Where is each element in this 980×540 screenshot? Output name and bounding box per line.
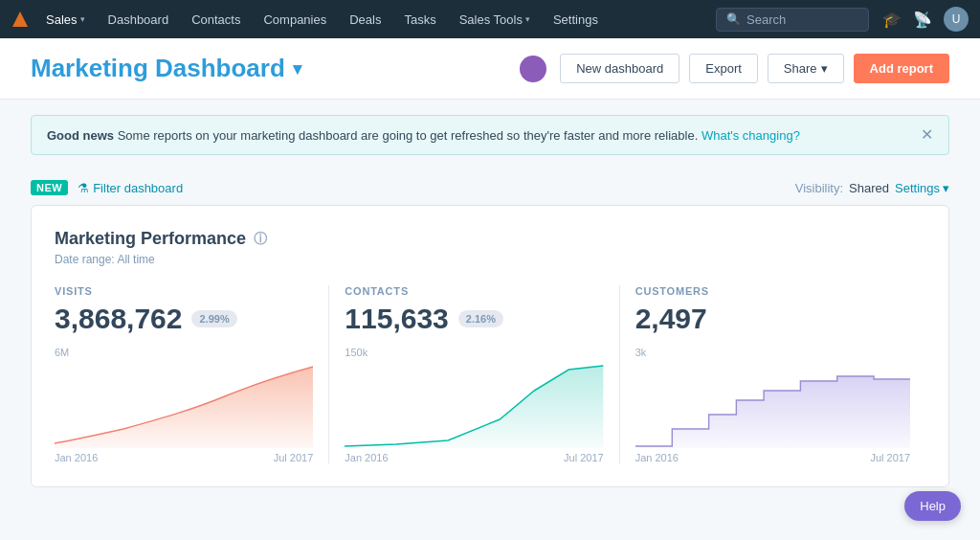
top-navigation: Sales ▾ Dashboard Contacts Companies Dea… — [0, 0, 980, 38]
chevron-down-icon: ▾ — [80, 14, 85, 24]
metric-contacts: CONTACTS 115,633 2.16% 150k — [345, 285, 619, 463]
toolbar-left: NEW ⚗ Filter dashboard — [31, 180, 183, 195]
svg-marker-0 — [12, 11, 28, 27]
chart-y-label-customers: 3k — [635, 347, 910, 358]
avatar[interactable]: U — [944, 7, 969, 32]
visibility-label: Visibility: — [795, 181, 843, 195]
nav-item-dashboard[interactable]: Dashboard — [99, 9, 179, 31]
visibility-value: Shared — [849, 181, 889, 195]
metric-visits: VISITS 3,868,762 2.99% 6M — [55, 285, 329, 463]
metric-value-customers: 2,497 — [635, 303, 707, 335]
page-header: Marketing Dashboard ▾ New dashboard Expo… — [0, 38, 980, 100]
nav-item-contacts[interactable]: Contacts — [182, 9, 250, 31]
filter-icon: ⚗ — [78, 181, 89, 195]
header-actions: New dashboard Export Share ▾ Add report — [520, 54, 949, 83]
metric-badge-contacts: 2.16% — [458, 310, 503, 327]
nav-icons: 🎓 📡 U — [882, 7, 969, 32]
nav-item-sales[interactable]: Sales ▾ — [36, 9, 95, 31]
banner-message: Good news Some reports on your marketing… — [47, 128, 800, 143]
metric-label-customers: CUSTOMERS — [635, 285, 910, 297]
close-icon[interactable]: ✕ — [921, 127, 933, 143]
chart-y-label-contacts: 150k — [345, 347, 603, 358]
nav-search: 🔍 Search — [716, 8, 869, 32]
broadcast-icon[interactable]: 📡 — [913, 11, 932, 29]
chevron-down-icon: ▾ — [943, 181, 949, 195]
metric-badge-visits: 2.99% — [191, 310, 236, 327]
settings-button[interactable]: Settings ▾ — [895, 181, 949, 195]
metric-value-row-visits: 3,868,762 2.99% — [55, 303, 313, 335]
metric-label-contacts: CONTACTS — [345, 285, 603, 297]
purple-dot-indicator — [520, 56, 546, 82]
nav-logo — [11, 11, 29, 28]
chart-customers — [635, 362, 910, 448]
main-content: Marketing Performance ⓘ Date range: All … — [0, 205, 980, 510]
toolbar-right: Visibility: Shared Settings ▾ — [795, 181, 949, 195]
nav-item-settings[interactable]: Settings — [544, 9, 608, 31]
chevron-down-icon[interactable]: ▾ — [293, 58, 301, 79]
chart-contacts — [345, 362, 603, 448]
new-dashboard-button[interactable]: New dashboard — [560, 54, 679, 83]
metric-value-row-customers: 2,497 — [635, 303, 910, 335]
filter-dashboard-button[interactable]: ⚗ Filter dashboard — [78, 181, 183, 195]
metric-customers: CUSTOMERS 2,497 3k — [635, 285, 925, 463]
export-button[interactable]: Export — [689, 54, 758, 83]
search-icon: 🔍 — [726, 12, 741, 26]
metric-label-visits: VISITS — [55, 285, 313, 297]
metric-value-visits: 3,868,762 — [55, 303, 182, 335]
dashboard-title: Marketing Dashboard ▾ — [31, 54, 301, 83]
add-report-button[interactable]: Add report — [854, 54, 949, 83]
chevron-down-icon: ▾ — [821, 61, 828, 76]
banner-link[interactable]: What's changing? — [702, 128, 800, 143]
info-banner: Good news Some reports on your marketing… — [31, 115, 949, 155]
toolbar: NEW ⚗ Filter dashboard Visibility: Share… — [0, 170, 980, 205]
nav-item-tasks[interactable]: Tasks — [394, 9, 445, 31]
nav-item-deals[interactable]: Deals — [340, 9, 390, 31]
metric-value-contacts: 115,633 — [345, 303, 448, 335]
chart-x-labels-customers: Jan 2016 Jul 2017 — [635, 452, 910, 463]
metric-value-row-contacts: 115,633 2.16% — [345, 303, 603, 335]
nav-item-sales-tools[interactable]: Sales Tools ▾ — [450, 9, 540, 31]
nav-item-companies[interactable]: Companies — [254, 9, 336, 31]
help-button-container: Help — [904, 491, 961, 510]
new-badge: NEW — [31, 180, 68, 195]
card-title: Marketing Performance ⓘ — [55, 229, 925, 249]
metrics-row: VISITS 3,868,762 2.99% 6M — [55, 285, 925, 463]
help-button[interactable]: Help — [904, 491, 961, 510]
chevron-down-icon: ▾ — [525, 14, 530, 24]
chart-x-labels-contacts: Jan 2016 Jul 2017 — [345, 452, 603, 463]
share-button[interactable]: Share ▾ — [768, 54, 844, 83]
card-subtitle: Date range: All time — [55, 253, 925, 266]
chart-visits — [55, 362, 313, 448]
graduation-icon[interactable]: 🎓 — [882, 11, 902, 29]
marketing-performance-card: Marketing Performance ⓘ Date range: All … — [31, 205, 949, 487]
info-icon[interactable]: ⓘ — [254, 231, 267, 248]
chart-y-label-visits: 6M — [55, 347, 313, 358]
chart-x-labels-visits: Jan 2016 Jul 2017 — [55, 452, 313, 463]
